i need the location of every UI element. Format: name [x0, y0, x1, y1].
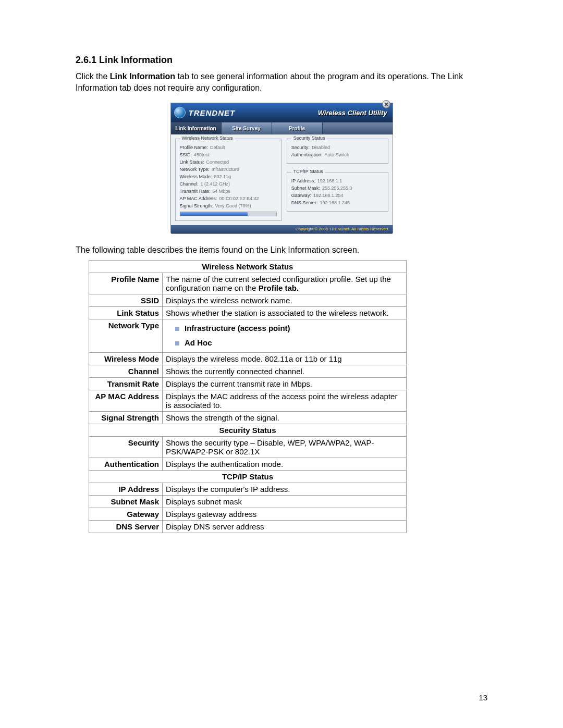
def-val: Displays the wireless mode. 802.11a or 1… [163, 352, 407, 365]
def-val: Infrastructure (access point) Ad Hoc [163, 319, 407, 352]
table-intro: The following table describes the items … [76, 245, 487, 255]
def-key: SSID [89, 294, 163, 306]
def-val: Shows the security type – Disable, WEP, … [163, 436, 407, 458]
list-item: Ad Hoc [185, 338, 212, 347]
def-key: DNS Server [89, 520, 163, 533]
table-row: AuthenticationDisplays the authenticatio… [89, 458, 407, 470]
value: 802.11g [214, 174, 231, 181]
def-key: Authentication [89, 458, 163, 470]
value: Very Good (70%) [215, 203, 251, 210]
group-title: Security Status [291, 135, 327, 141]
def-val: Display DNS server address [163, 520, 407, 533]
intro-paragraph: Click the Link Information tab to see ge… [76, 71, 487, 93]
group-security-status: Security Status Security:Disabled Authen… [287, 139, 388, 164]
intro-tab-name: Link Information [110, 72, 175, 81]
group-title: Wireless Network Status [180, 135, 235, 141]
label: Link Status: [180, 159, 204, 166]
value: 450test [194, 152, 210, 159]
def-val: Displays subnet mask [163, 495, 407, 508]
label: DNS Server: [291, 200, 318, 207]
wireless-client-utility-window: TRENDNET Wireless Client Utility Link In… [170, 103, 393, 233]
def-val: Displays the current transmit rate in Mb… [163, 377, 407, 390]
label: IP Address: [291, 178, 315, 185]
def-key: AP MAC Address [89, 390, 163, 411]
def-val: Displays the computer's IP address. [163, 483, 407, 495]
table-section-header: TCP/IP Status [89, 470, 407, 483]
label: Signal Strength: [180, 203, 213, 210]
def-val: The name of the current selected configu… [163, 273, 407, 294]
value: Auto Switch [324, 152, 349, 159]
bullet-icon [175, 341, 179, 346]
value: Connected [206, 159, 229, 166]
table-row: DNS ServerDisplay DNS server address [89, 520, 407, 533]
value: Disabled [312, 144, 330, 152]
table-row: IP AddressDisplays the computer's IP add… [89, 483, 407, 495]
brand-text: TRENDNET [189, 108, 236, 117]
table-row: SSIDDisplays the wireless network name. [89, 294, 407, 306]
group-title: TCP/IP Status [291, 169, 325, 174]
value: 192.168.1.254 [313, 192, 344, 200]
label: Security: [291, 144, 310, 152]
label: Subnet Mask: [291, 185, 320, 192]
table-row: Link StatusShows whether the station is … [89, 306, 407, 319]
globe-icon [174, 107, 186, 118]
titlebar: TRENDNET Wireless Client Utility [171, 103, 393, 122]
document-page: 2.6.1 Link Information Click the Link In… [0, 0, 563, 728]
def-key: Channel [89, 365, 163, 377]
value: 54 Mbps [212, 188, 230, 195]
value: Infrastructure [212, 166, 239, 174]
def-val: Displays the MAC address of the access p… [163, 390, 407, 411]
def-val: Displays the authentication mode. [163, 458, 407, 470]
def-val: Shows whether the station is associated … [163, 306, 407, 319]
label: Transmit Rate: [180, 188, 211, 195]
table-row: Network Type Infrastructure (access poin… [89, 319, 407, 352]
app-footer: Copyright © 2006 TRENDnet. All Rights Re… [171, 225, 393, 233]
value: Default [210, 144, 225, 152]
signal-strength-bar [180, 212, 277, 216]
value: 192.168.1.1 [317, 178, 342, 185]
value: 255.255.255.0 [322, 185, 352, 192]
group-wireless-network-status: Wireless Network Status Profile Name:Def… [175, 139, 282, 220]
table-section-header: Wireless Network Status [89, 260, 407, 273]
def-key: Subnet Mask [89, 495, 163, 508]
value: 00:C0:02:E2:B4:42 [219, 195, 259, 203]
list-item: Infrastructure (access point) [185, 324, 290, 332]
label: SSID: [180, 152, 192, 159]
table-row: Profile Name The name of the current sel… [89, 273, 407, 294]
def-key: Transmit Rate [89, 377, 163, 390]
label: Profile Name: [180, 144, 209, 152]
tab-profile[interactable]: Profile [272, 122, 323, 134]
label: Wireless Mode: [180, 174, 212, 181]
label: Channel: [180, 181, 199, 188]
table-row: Wireless ModeDisplays the wireless mode.… [89, 352, 407, 365]
def-val: Shows the currently connected channel. [163, 365, 407, 377]
trendnet-logo: TRENDNET [174, 107, 236, 118]
def-val: Displays gateway address [163, 508, 407, 520]
close-icon[interactable] [382, 100, 390, 108]
label: Gateway: [291, 192, 311, 200]
def-key: Profile Name [89, 273, 163, 294]
bold-text: Profile tab. [259, 283, 299, 292]
group-tcpip-status: TCP/IP Status IP Address:192.168.1.1 Sub… [287, 172, 388, 212]
value: 1 (2.412 GHz) [201, 181, 230, 188]
table-row: Transmit RateDisplays the current transm… [89, 377, 407, 390]
def-key: Network Type [89, 319, 163, 352]
def-val: Displays the wireless network name. [163, 294, 407, 306]
tab-link-information[interactable]: Link Information [171, 122, 222, 134]
tab-site-survey[interactable]: Site Survey [222, 122, 272, 134]
def-key: Signal Strength [89, 411, 163, 424]
table-row: Subnet MaskDisplays subnet mask [89, 495, 407, 508]
table-row: AP MAC AddressDisplays the MAC address o… [89, 390, 407, 411]
bullet-icon [175, 327, 179, 331]
table-row: ChannelShows the currently connected cha… [89, 365, 407, 377]
value: 192.168.1.245 [320, 200, 350, 207]
def-key: Security [89, 436, 163, 458]
section-heading: 2.6.1 Link Information [76, 55, 487, 66]
window-title: Wireless Client Utility [318, 109, 389, 117]
def-key: Gateway [89, 508, 163, 520]
intro-text: Click the [76, 72, 110, 81]
label: Network Type: [180, 166, 210, 174]
label: Authentication: [291, 152, 323, 159]
tab-bar: Link Information Site Survey Profile [171, 122, 393, 134]
table-section-header: Security Status [89, 424, 407, 436]
